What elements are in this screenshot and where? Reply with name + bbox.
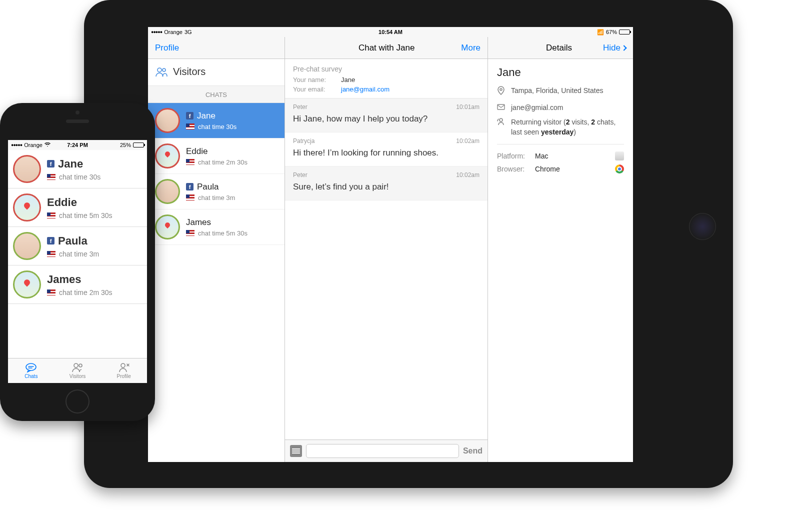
canned-responses-button[interactable] (290, 445, 302, 457)
carrier-label: Orange (164, 29, 182, 35)
us-flag-icon (186, 194, 194, 200)
chats-sidebar: Visitors CHATS f Jane chat time 30s Eddi… (148, 59, 285, 462)
chat-time: chat time 2m 30s (198, 158, 248, 166)
us-flag-icon (47, 174, 56, 180)
carrier-label: Orange (24, 142, 42, 148)
tab-visitors[interactable]: Visitors (54, 358, 101, 383)
prechat-title: Pre-chat survey (293, 65, 480, 73)
avatar (13, 155, 41, 183)
chat-list-item[interactable]: f Paula chat time 3m (148, 174, 284, 210)
avatar (13, 194, 41, 222)
profile-button[interactable]: Profile (155, 43, 179, 53)
avatar (13, 232, 41, 260)
chat-time: chat time 2m 30s (59, 288, 112, 296)
message: Patrycja 10:02am Hi there! I’m looking f… (285, 132, 488, 166)
visitors-icon (155, 66, 168, 78)
message-body: Sure, let’s find you a pair! (293, 182, 480, 193)
bluetooth-icon: 📶 (597, 29, 604, 36)
more-button[interactable]: More (461, 43, 480, 53)
clock: 10:54 AM (378, 29, 402, 35)
chat-time: chat time 5m 30s (198, 230, 248, 237)
svg-point-7 (79, 364, 82, 367)
chat-name: Jane (197, 111, 216, 121)
svg-point-1 (162, 68, 166, 72)
tab-chats[interactable]: Chats (8, 358, 54, 383)
svg-point-0 (158, 68, 162, 72)
chat-title: Chat with Jane (312, 43, 461, 53)
facebook-icon: f (47, 237, 54, 244)
details-title: Details (515, 43, 603, 53)
message-body: Hi Jane, how may I help you today? (293, 114, 480, 125)
message-time: 10:02am (456, 138, 480, 144)
visitors-header[interactable]: Visitors (148, 59, 284, 86)
message-body: Hi there! I’m looking for running shoes. (293, 148, 480, 159)
signal-dots-icon: ●●●●● (11, 142, 22, 148)
chat-name: Jane (58, 158, 83, 170)
iphone-home-button[interactable] (66, 390, 90, 414)
battery-label: 25% (120, 142, 131, 148)
ipad-home-button[interactable] (689, 213, 716, 240)
message-author: Peter (293, 172, 308, 178)
visitor-email[interactable]: jane@gmial.com (511, 103, 563, 113)
prechat-name-label: Your name: (293, 76, 334, 84)
chat-name: Eddie (186, 146, 208, 156)
platform-value: Mac (535, 152, 615, 160)
network-label: 3G (184, 29, 192, 35)
location-pin-icon (497, 86, 506, 98)
ipad-statusbar: ●●●●● Orange 3G 10:54 AM 📶 67% (148, 27, 633, 37)
us-flag-icon (47, 251, 56, 257)
avatar (155, 144, 180, 168)
chat-list-item[interactable]: f Paula chat time 3m (8, 227, 147, 266)
facebook-icon: f (47, 160, 54, 168)
chat-list-item[interactable]: Eddie chat time 5m 30s (8, 188, 147, 227)
chat-time: chat time 3m (59, 250, 99, 258)
avatar (155, 179, 180, 204)
chat-name: James (186, 218, 211, 228)
message: Peter 10:01am Hi Jane, how may I help yo… (285, 98, 488, 132)
profile-icon (118, 362, 130, 372)
us-flag-icon (47, 290, 56, 296)
message-input[interactable] (306, 444, 459, 458)
avatar (155, 108, 180, 133)
message-composer: Send (285, 440, 488, 462)
send-button[interactable]: Send (463, 446, 482, 456)
svg-point-8 (121, 364, 125, 368)
signal-dots-icon: ●●●●● (151, 30, 162, 34)
hide-button[interactable]: Hide (603, 43, 626, 53)
us-flag-icon (186, 230, 194, 236)
chat-list-item[interactable]: Eddie chat time 2m 30s (148, 138, 284, 174)
battery-icon (133, 142, 144, 148)
iphone-tabbar: Chats Visitors Profile (8, 358, 147, 383)
svg-point-5 (26, 364, 36, 370)
visitor-name: Jane (497, 66, 624, 79)
message-author: Patrycja (293, 138, 314, 144)
ipad-screen: ●●●●● Orange 3G 10:54 AM 📶 67% Profile C… (148, 27, 633, 462)
chat-list-item[interactable]: James chat time 2m 30s (8, 266, 147, 304)
us-flag-icon (47, 212, 56, 218)
svg-point-2 (500, 88, 502, 90)
chat-name: Eddie (47, 196, 77, 209)
battery-icon (619, 30, 630, 34)
facebook-icon: f (186, 112, 194, 120)
wifi-icon (44, 142, 50, 148)
chat-time: chat time 30s (198, 123, 236, 130)
chat-time: chat time 5m 30s (59, 212, 112, 220)
svg-point-4 (500, 118, 502, 122)
iphone-statusbar: ●●●●● Orange 7:24 PM 25% (8, 140, 147, 150)
svg-rect-3 (498, 104, 504, 110)
chat-list-item[interactable]: f Jane chat time 30s (8, 150, 147, 188)
chat-name: Paula (58, 234, 88, 248)
chat-list-item[interactable]: James chat time 5m 30s (148, 210, 284, 245)
ipad-device: ●●●●● Orange 3G 10:54 AM 📶 67% Profile C… (84, 0, 733, 488)
prechat-survey: Pre-chat survey Your name: Jane Your ema… (285, 59, 488, 98)
iphone-device: ●●●●● Orange 7:24 PM 25% f Jane chat tim… (0, 103, 155, 421)
chrome-icon (615, 164, 624, 174)
facebook-icon: f (186, 183, 194, 190)
details-panel: Jane Tampa, Florida, United States jane@… (488, 59, 633, 462)
tab-profile[interactable]: Profile (100, 358, 147, 383)
platform-label: Platform: (497, 152, 535, 160)
battery-label: 67% (606, 29, 617, 35)
us-flag-icon (186, 124, 194, 130)
prechat-email-value[interactable]: jane@gmail.com (341, 86, 390, 93)
chat-list-item[interactable]: f Jane chat time 30s (148, 103, 284, 138)
